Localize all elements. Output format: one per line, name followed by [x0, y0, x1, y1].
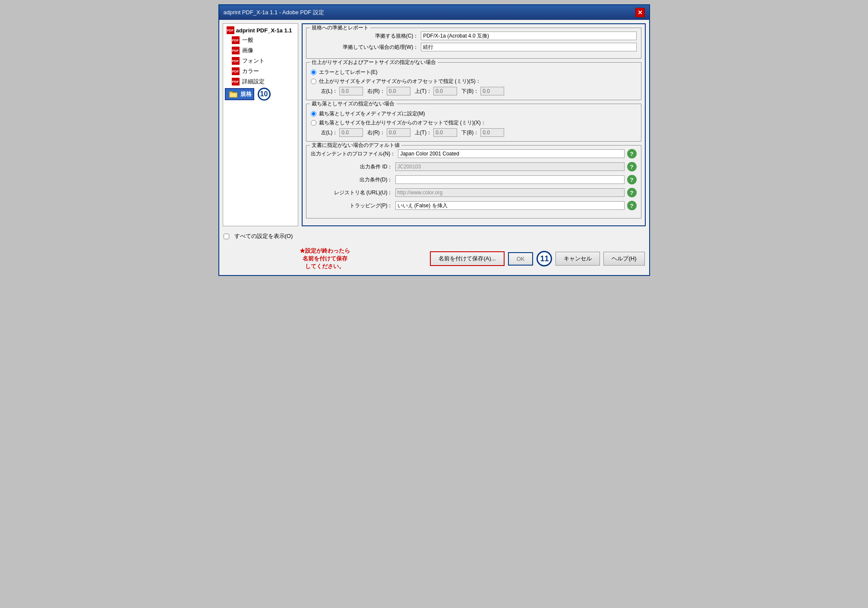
artsize-bottom-input[interactable] — [480, 87, 504, 95]
standard-label: 準拠する規格(C)： — [311, 32, 419, 40]
artsize-section: 仕上がりサイズおよびアートサイズの指定がない場合 エラーとしてレポート(E) 仕… — [306, 62, 641, 100]
window-title: adprint PDF_X-1a 1.1 - Adobe PDF 設定 — [224, 9, 324, 16]
bleed-left-input[interactable] — [339, 128, 363, 137]
artsize-top-label: 上(T)： — [415, 88, 432, 95]
profile-select[interactable]: Japan Color 2001 Coated — [398, 149, 624, 158]
bleed-radio1-row: 裁ち落としサイズをメディアサイズに設定(M) — [311, 110, 637, 117]
bleed-section: 裁ち落としサイズの指定がない場合 裁ち落としサイズをメディアサイズに設定(M) … — [306, 104, 641, 142]
sidebar-item-kikaku[interactable]: 規格 — [225, 88, 254, 100]
sidebar-label-color: カラー — [242, 67, 259, 75]
artsize-bottom-label: 下(B)： — [461, 88, 479, 95]
main-content: PDF adprint PDF_X-1a 1.1 PDF 一般 PDF 画像 P… — [219, 20, 649, 230]
bleed-left-label: 左(L)： — [321, 129, 338, 136]
artsize-radio1-row: エラーとしてレポート(E) — [311, 69, 637, 76]
pdf-icon-color: PDF — [232, 67, 240, 75]
annotation-text: ★設定が終わったら 名前を付けて保存 してください。 — [224, 247, 427, 271]
condition-id-row: 出力条件 ID： ? — [311, 162, 637, 171]
artsize-bottom-field: 下(B)： — [461, 87, 504, 95]
trapping-row: トラッピング(P)： いいえ (False) を挿入 ? — [311, 201, 637, 210]
trapping-label: トラッピング(P)： — [311, 202, 393, 209]
sidebar: PDF adprint PDF_X-1a 1.1 PDF 一般 PDF 画像 P… — [223, 23, 298, 226]
artsize-top-input[interactable] — [433, 87, 457, 95]
registry-row: レジストリ名 (URL)(U)： ? — [311, 188, 637, 197]
condition-input[interactable] — [395, 175, 625, 184]
bleed-radio-group: 裁ち落としサイズをメディアサイズに設定(M) 裁ち落としサイズを仕上がりサイズか… — [311, 110, 637, 137]
bleed-bottom-field: 下(B)： — [461, 128, 504, 137]
artsize-radio2-label: 仕上がりサイズをメディアサイズからのオフセットで指定 (ミリ)(S)： — [319, 78, 481, 85]
artsize-right-label: 右(R)： — [367, 88, 385, 95]
bleed-right-label: 右(R)： — [367, 129, 385, 136]
condition-id-help-button[interactable]: ? — [627, 162, 637, 171]
defaults-section: 文書に指定がない場合のデフォルト値 出力インテントのプロファイル(N)： Jap… — [306, 145, 641, 218]
bleed-radio2[interactable] — [311, 120, 316, 126]
sidebar-item-detail[interactable]: PDF 詳細設定 — [225, 76, 296, 87]
condition-label: 出力条件(D)： — [311, 176, 393, 184]
sidebar-root: PDF adprint PDF_X-1a 1.1 — [225, 25, 296, 35]
bleed-top-input[interactable] — [433, 128, 457, 137]
artsize-title: 仕上がりサイズおよびアートサイズの指定がない場合 — [310, 59, 438, 66]
close-button[interactable]: ✕ — [635, 8, 645, 17]
sidebar-label-gazo: 画像 — [242, 47, 253, 54]
artsize-radio-group: エラーとしてレポート(E) 仕上がりサイズをメディアサイズからのオフセットで指定… — [311, 69, 637, 95]
sidebar-label-kikaku: 規格 — [240, 90, 252, 98]
bleed-bottom-input[interactable] — [480, 128, 504, 137]
cancel-button[interactable]: キャンセル — [556, 252, 600, 266]
standard-select[interactable]: PDF/X-1a (Acrobat 4.0 互換) — [421, 32, 636, 40]
registry-help-button[interactable]: ? — [627, 188, 637, 197]
pdf-icon-ippan: PDF — [232, 36, 240, 44]
noncompliance-row: 準拠していない場合の処理(W)： 続行 — [311, 43, 637, 51]
trapping-select[interactable]: いいえ (False) を挿入 — [395, 201, 625, 210]
artsize-right-field: 右(R)： — [367, 87, 410, 95]
standard-row: 準拠する規格(C)： PDF/X-1a (Acrobat 4.0 互換) — [311, 32, 637, 40]
condition-row: 出力条件(D)： ? — [311, 175, 637, 184]
bleed-top-field: 上(T)： — [415, 128, 457, 137]
sidebar-item-font[interactable]: PDF フォント — [225, 56, 296, 66]
defaults-title: 文書に指定がない場合のデフォルト値 — [310, 142, 401, 149]
sidebar-kikaku-row: 規格 10 — [225, 88, 296, 101]
sidebar-item-gazo[interactable]: PDF 画像 — [225, 45, 296, 56]
profile-help-button[interactable]: ? — [627, 149, 637, 158]
bleed-radio2-row: 裁ち落としサイズを仕上がりサイズからのオフセットで指定 (ミリ)(X)： — [311, 119, 637, 127]
save-button[interactable]: 名前を付けて保存(A)... — [430, 251, 504, 266]
artsize-radio1-label: エラーとしてレポート(E) — [319, 69, 378, 76]
artsize-right-input[interactable] — [387, 87, 410, 95]
bleed-radio1[interactable] — [311, 111, 316, 117]
bleed-right-input[interactable] — [387, 128, 410, 137]
sidebar-label-font: フォント — [242, 57, 265, 65]
artsize-offset-row: 左(L)： 右(R)： 上(T)： 下(B)： — [321, 87, 637, 95]
condition-id-input[interactable] — [395, 162, 625, 171]
bleed-right-field: 右(R)： — [367, 128, 410, 137]
noncompliance-select-wrapper: 続行 — [421, 43, 636, 51]
pdf-icon-detail: PDF — [232, 78, 240, 86]
bottom-buttons: ★設定が終わったら 名前を付けて保存 してください。 名前を付けて保存(A)..… — [219, 243, 649, 275]
pdf-icon: PDF — [227, 26, 234, 34]
condition-help-button[interactable]: ? — [627, 175, 637, 184]
noncompliance-label: 準拠していない場合の処理(W)： — [311, 44, 419, 51]
pdf-icon-font: PDF — [232, 57, 240, 65]
annotation-area: ★設定が終わったら 名前を付けて保存 してください。 — [224, 247, 427, 271]
trapping-help-button[interactable]: ? — [627, 201, 637, 210]
bleed-bottom-label: 下(B)： — [461, 129, 479, 136]
registry-label: レジストリ名 (URL)(U)： — [311, 189, 393, 196]
profile-select-wrapper: Japan Color 2001 Coated — [398, 149, 624, 158]
artsize-radio2[interactable] — [311, 79, 316, 84]
sidebar-label-detail: 詳細設定 — [242, 78, 265, 86]
profile-row: 出力インテントのプロファイル(N)： Japan Color 2001 Coat… — [311, 149, 637, 158]
show-all-checkbox[interactable] — [224, 234, 229, 239]
sidebar-item-ippan[interactable]: PDF 一般 — [225, 35, 296, 45]
main-window: adprint PDF_X-1a 1.1 - Adobe PDF 設定 ✕ PD… — [218, 4, 650, 276]
sidebar-item-color[interactable]: PDF カラー — [225, 66, 296, 76]
registry-input[interactable] — [395, 188, 625, 197]
noncompliance-select[interactable]: 続行 — [421, 43, 636, 51]
bleed-offset-row: 左(L)： 右(R)： 上(T)： 下(B)： — [321, 128, 637, 137]
help-button[interactable]: ヘルプ(H) — [603, 252, 644, 266]
ok-button[interactable]: OK — [508, 252, 533, 266]
show-all-label: すべての設定を表示(O) — [234, 232, 293, 240]
artsize-radio2-row: 仕上がりサイズをメディアサイズからのオフセットで指定 (ミリ)(S)： — [311, 78, 637, 85]
bleed-radio2-label: 裁ち落としサイズを仕上がりサイズからのオフセットで指定 (ミリ)(X)： — [319, 119, 486, 127]
artsize-left-input[interactable] — [339, 87, 363, 95]
pdf-icon-gazo: PDF — [232, 47, 240, 54]
artsize-left-label: 左(L)： — [321, 88, 338, 95]
artsize-radio1[interactable] — [311, 70, 316, 75]
bleed-title: 裁ち落としサイズの指定がない場合 — [310, 100, 396, 108]
